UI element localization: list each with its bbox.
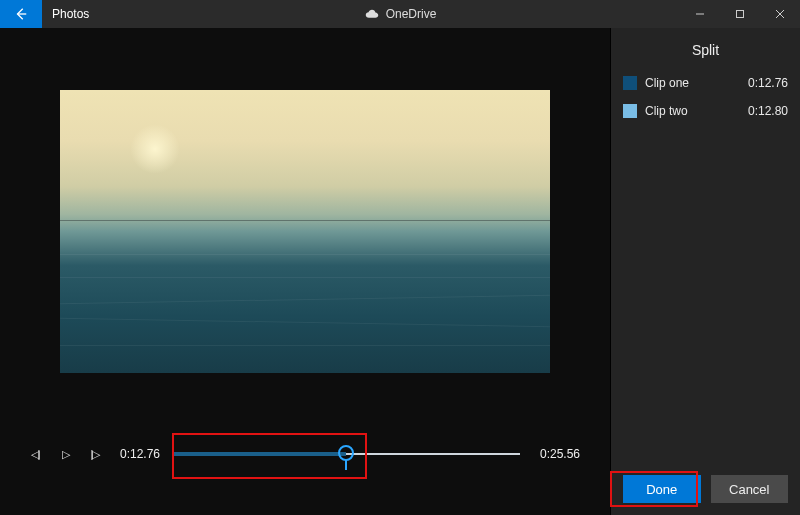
- app-window: Photos OneDrive: [0, 0, 800, 515]
- total-time: 0:25.56: [540, 447, 580, 461]
- app-body: ◁| ▷ |▷ 0:12.76 0:25.56 Split: [0, 28, 800, 515]
- minimize-icon: [695, 9, 705, 19]
- cancel-button[interactable]: Cancel: [711, 475, 789, 503]
- timeline-clip-two: [346, 453, 520, 455]
- play-button[interactable]: ▷: [56, 448, 74, 461]
- clip-duration: 0:12.80: [748, 104, 788, 118]
- clip-row[interactable]: Clip one 0:12.76: [623, 76, 788, 90]
- close-icon: [775, 9, 785, 19]
- playback-controls: ◁| ▷ |▷ 0:12.76 0:25.56: [0, 443, 610, 465]
- clip-swatch-icon: [623, 104, 637, 118]
- next-frame-button[interactable]: |▷: [86, 448, 104, 461]
- panel-footer: Done Cancel: [623, 475, 788, 503]
- preview-sun: [130, 124, 180, 174]
- onedrive-icon: [364, 9, 380, 19]
- preview-horizon: [60, 220, 550, 221]
- clip-name: Clip two: [645, 104, 748, 118]
- main-area: ◁| ▷ |▷ 0:12.76 0:25.56: [0, 28, 610, 515]
- clip-name: Clip one: [645, 76, 748, 90]
- split-handle-stem-icon: [345, 460, 347, 470]
- split-handle[interactable]: [338, 445, 354, 470]
- split-handle-ring-icon: [338, 445, 354, 461]
- side-panel: Split Clip one 0:12.76 Clip two 0:12.80 …: [610, 28, 800, 515]
- done-button[interactable]: Done: [623, 475, 701, 503]
- back-button[interactable]: [0, 0, 42, 28]
- current-time: 0:12.76: [120, 447, 160, 461]
- app-title: Photos: [42, 0, 89, 28]
- clip-swatch-icon: [623, 76, 637, 90]
- svg-rect-0: [737, 11, 744, 18]
- window-controls: [680, 0, 800, 28]
- maximize-icon: [735, 9, 745, 19]
- onedrive-label: OneDrive: [386, 7, 437, 21]
- timeline-clip-one: [174, 452, 346, 456]
- maximize-button[interactable]: [720, 0, 760, 28]
- timeline-track[interactable]: [174, 443, 520, 465]
- clip-row[interactable]: Clip two 0:12.80: [623, 104, 788, 118]
- prev-frame-button[interactable]: ◁|: [26, 448, 44, 461]
- minimize-button[interactable]: [680, 0, 720, 28]
- video-preview[interactable]: [60, 90, 550, 373]
- back-arrow-icon: [14, 7, 28, 21]
- panel-title: Split: [623, 38, 788, 76]
- title-bar: Photos OneDrive: [0, 0, 800, 28]
- close-button[interactable]: [760, 0, 800, 28]
- clip-duration: 0:12.76: [748, 76, 788, 90]
